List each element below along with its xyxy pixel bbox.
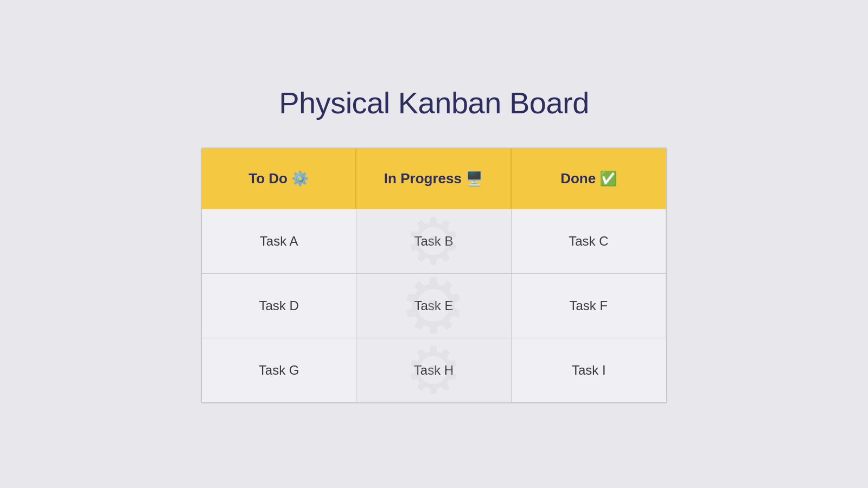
column-header-done: Done ✅	[512, 149, 666, 209]
task-label: Task G	[259, 363, 299, 377]
page-title: Physical Kanban Board	[279, 85, 589, 120]
cell-task-c[interactable]: Task C	[512, 209, 666, 273]
task-label: Task E	[414, 298, 453, 313]
gear-icon: ⚙️	[291, 170, 309, 187]
cell-task-h[interactable]: Task H	[356, 338, 511, 402]
cell-task-d[interactable]: Task D	[202, 273, 356, 338]
inprogress-label: In Progress	[384, 170, 462, 187]
board-body: Task A Task B Task C Task D Task E Task …	[202, 209, 666, 402]
task-label: Task H	[414, 363, 454, 377]
checkmark-icon: ✅	[599, 170, 617, 187]
todo-label: To Do	[248, 170, 288, 187]
task-label: Task I	[572, 363, 606, 377]
cell-task-i[interactable]: Task I	[512, 338, 666, 402]
board-header: To Do ⚙️ In Progress 🖥️ Done ✅	[202, 149, 666, 209]
cell-task-f[interactable]: Task F	[512, 273, 666, 338]
cell-task-a[interactable]: Task A	[202, 209, 356, 273]
task-label: Task B	[414, 234, 453, 248]
cell-task-g[interactable]: Task G	[202, 338, 356, 402]
task-label: Task C	[569, 234, 608, 248]
computer-icon: 🖥️	[465, 170, 483, 187]
cell-task-b[interactable]: Task B	[356, 209, 511, 273]
kanban-board: To Do ⚙️ In Progress 🖥️ Done ✅ Task A Ta…	[201, 147, 667, 403]
column-header-todo: To Do ⚙️	[202, 149, 356, 209]
cell-task-e[interactable]: Task E	[356, 273, 511, 338]
done-label: Done	[560, 170, 596, 187]
task-label: Task A	[260, 234, 298, 248]
column-header-inprogress: In Progress 🖥️	[356, 149, 511, 209]
task-label: Task F	[569, 298, 608, 313]
task-label: Task D	[259, 298, 298, 313]
